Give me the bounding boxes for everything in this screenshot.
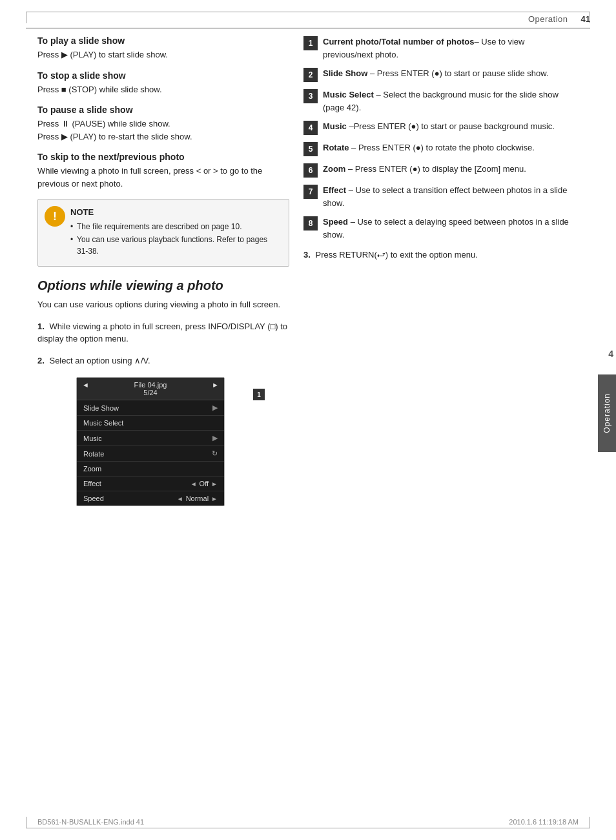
note-box: ! NOTE The file requirements are describ… [37, 199, 289, 267]
pause-section-body: Press ⏸ (PAUSE) while slide show. Press … [37, 118, 289, 143]
play-section-title: To play a slide show [37, 36, 289, 46]
step-3-text: Press RETURN(⮐) to exit the option menu. [315, 250, 477, 260]
right-column: 1Current photo/Total number of photos– U… [303, 36, 575, 271]
play-section-body: Press ▶ (PLAY) to start slide show. [37, 48, 289, 61]
footer-left: BD561-N-BUSALLK-ENG.indd 41 [37, 818, 144, 826]
screen-back-arrow: ◄ [82, 381, 89, 396]
chapter-number: 4 [608, 349, 613, 359]
screen-filename: File 04.jpg [134, 381, 167, 389]
screen-row-music-select: Music Select 3 [77, 416, 224, 431]
right-item-8: 8Speed – Use to select a delaying speed … [303, 216, 575, 241]
step-3: 3. Press RETURN(⮐) to exit the option me… [303, 249, 575, 261]
screen-row-speed: Speed ◄ Normal ► 8 [77, 491, 224, 506]
step-1: 1. While viewing a photo in full screen,… [37, 320, 289, 345]
page-footer: BD561-N-BUSALLK-ENG.indd 41 2010.1.6 11:… [37, 818, 579, 826]
right-item-5: 5Rotate – Press ENTER (●) to rotate the … [303, 141, 575, 156]
step-1-text: While viewing a photo in full screen, pr… [37, 322, 287, 344]
item-text-7: Effect – Use to select a transition effe… [323, 184, 575, 209]
right-item-4: 4Music –Press ENTER (●) to start or paus… [303, 120, 575, 135]
screenshot-container: ◄ File 04.jpg 5/24 ► Slide Show ▶ 2 Musi… [37, 377, 289, 506]
item-text-8: Speed – Use to select a delaying speed b… [323, 216, 575, 241]
step-2: 2. Select an option using ∧/V. [37, 354, 289, 367]
screen-row-rotate: Rotate ↻ 5 [77, 446, 224, 462]
stop-section-body: Press ■ (STOP) while slide show. [37, 83, 289, 96]
ui-screenshot: ◄ File 04.jpg 5/24 ► Slide Show ▶ 2 Musi… [76, 377, 225, 506]
page-border-right-bottom [590, 817, 590, 828]
item-badge-4: 4 [303, 121, 318, 135]
screen-row-zoom: Zoom 6 [77, 462, 224, 476]
item-badge-6: 6 [303, 163, 318, 178]
item-text-6: Zoom – Press ENTER (●) to display the [Z… [323, 163, 575, 176]
item-badge-8: 8 [303, 216, 318, 230]
right-item-3: 3Music Select – Select the background mu… [303, 88, 575, 114]
item-badge-7: 7 [303, 185, 318, 199]
item-text-4: Music –Press ENTER (●) to start or pause… [323, 120, 575, 133]
note-icon: ! [45, 206, 65, 227]
options-intro: You can use various options during viewi… [37, 298, 289, 311]
note-item-2: You can use various playback functions. … [70, 234, 280, 257]
screen-row-music: Music ▶ 4 [77, 431, 224, 446]
right-item-1: 1Current photo/Total number of photos– U… [303, 36, 575, 61]
page-border-top [26, 12, 590, 12]
screen-forward-arrow: ► [212, 381, 219, 396]
right-item-6: 6Zoom – Press ENTER (●) to display the [… [303, 163, 575, 178]
right-items-list: 1Current photo/Total number of photos– U… [303, 36, 575, 241]
options-section-title: Options while viewing a photo [37, 278, 289, 293]
screen-header: ◄ File 04.jpg 5/24 ► [77, 378, 224, 400]
item-badge-1: 1 [303, 36, 318, 50]
right-item-7: 7Effect – Use to select a transition eff… [303, 184, 575, 209]
screen-row-effect: Effect ◄ Off ► 7 [77, 476, 224, 491]
page-border-bottom [26, 828, 590, 828]
chapter-tab-label: Operation [602, 393, 611, 433]
screen-row-slideshow: Slide Show ▶ 2 [77, 400, 224, 416]
note-title: NOTE [70, 207, 280, 217]
page-border-left-bottom [26, 817, 26, 828]
item-badge-5: 5 [303, 142, 318, 156]
note-item-1: The file requirements are described on p… [70, 221, 280, 232]
footer-right: 2010.1.6 11:19:18 AM [509, 818, 579, 826]
item-text-3: Music Select – Select the background mus… [323, 88, 575, 114]
page-header: Operation 41 [26, 14, 590, 28]
item-text-2: Slide Show – Press ENTER (●) to start or… [323, 67, 575, 80]
badge-1: 1 [253, 389, 265, 400]
item-badge-2: 2 [303, 68, 318, 82]
chapter-tab: Operation [598, 374, 616, 452]
header-page-number: 41 [581, 14, 590, 24]
left-column: To play a slide show Press ▶ (PLAY) to s… [37, 36, 289, 506]
item-badge-3: 3 [303, 89, 318, 103]
item-text-5: Rotate – Press ENTER (●) to rotate the p… [323, 141, 575, 154]
screen-filecount: 5/24 [134, 389, 167, 396]
pause-section-title: To pause a slide show [37, 105, 289, 115]
item-text-1: Current photo/Total number of photos– Us… [323, 36, 575, 61]
stop-section-title: To stop a slide show [37, 70, 289, 81]
skip-section-title: To skip to the next/previous photo [37, 152, 289, 162]
right-item-2: 2Slide Show – Press ENTER (●) to start o… [303, 67, 575, 82]
step-2-text: Select an option using ∧/V. [49, 356, 150, 365]
header-title: Operation [528, 14, 568, 24]
skip-section-body: While viewing a photo in full screen, pr… [37, 165, 289, 190]
